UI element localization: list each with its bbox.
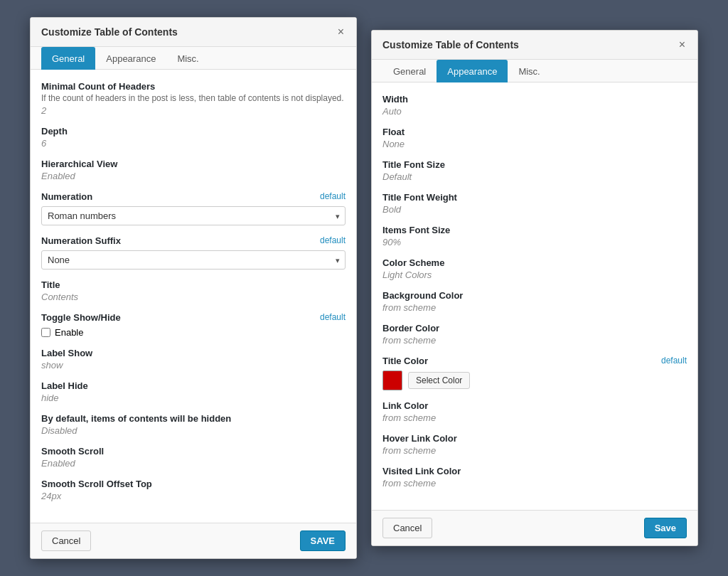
right-tab-general[interactable]: General [382, 60, 437, 82]
field-items-hidden: By default, items of contents will be hi… [41, 413, 346, 436]
field-border-color: Border Color from scheme [382, 323, 687, 346]
minimal-count-desc: If the count of headers in the post is l… [41, 93, 346, 103]
link-color-value: from scheme [382, 412, 687, 423]
left-tab-appearance[interactable]: Appearance [95, 47, 166, 70]
field-smooth-scroll-offset: Smooth Scroll Offset Top 24px [41, 479, 346, 501]
float-value: None [382, 139, 687, 149]
smooth-scroll-value: Enabled [41, 458, 346, 469]
left-cancel-button[interactable]: Cancel [41, 530, 91, 551]
numeration-row: Numeration default [41, 191, 346, 203]
field-minimal-count: Minimal Count of Headers If the count of… [41, 81, 346, 116]
label-show-label: Label Show [41, 348, 346, 358]
left-tab-misc[interactable]: Misc. [166, 47, 209, 70]
color-scheme-value: Light Colors [382, 270, 687, 280]
left-save-button[interactable]: SAVE [300, 530, 346, 551]
numeration-select[interactable]: Roman numbers Numeric Letters None [41, 206, 346, 225]
title-value: Contents [41, 292, 346, 302]
border-color-label: Border Color [382, 323, 687, 334]
numeration-select-wrapper: Roman numbers Numeric Letters None ▾ [41, 206, 346, 225]
field-width: Width Auto [382, 94, 687, 117]
field-title-color: Title Color default Select Color [382, 356, 687, 390]
items-font-size-value: 90% [382, 237, 687, 247]
title-font-weight-label: Title Font Weight [382, 192, 687, 203]
smooth-scroll-label: Smooth Scroll [41, 446, 346, 457]
select-color-button[interactable]: Select Color [408, 372, 470, 389]
title-font-weight-value: Bold [382, 204, 687, 215]
right-dialog-footer: Cancel Save [372, 510, 697, 545]
field-float: Float None [382, 127, 687, 149]
right-cancel-button[interactable]: Cancel [382, 518, 432, 538]
title-label: Title [41, 279, 346, 290]
toggle-checkbox-row: Enable [41, 327, 346, 338]
visited-link-color-value: from scheme [382, 478, 687, 489]
title-font-size-label: Title Font Size [382, 159, 687, 170]
field-label-show: Label Show show [41, 348, 346, 370]
hover-link-color-label: Hover Link Color [382, 433, 687, 444]
numeration-suffix-row: Numeration Suffix default [41, 235, 346, 247]
title-color-default-link[interactable]: default [661, 356, 687, 366]
numeration-suffix-select[interactable]: None . ) [41, 250, 346, 270]
field-background-color: Background Color from scheme [382, 290, 687, 313]
numeration-suffix-default-link[interactable]: default [320, 235, 346, 245]
title-color-swatch[interactable] [382, 370, 402, 390]
depth-label: Depth [41, 126, 346, 137]
field-title: Title Contents [41, 279, 346, 302]
hierarchical-view-value: Enabled [41, 171, 346, 181]
left-dialog-title: Customize Table of Contents [41, 26, 178, 38]
field-smooth-scroll: Smooth Scroll Enabled [41, 446, 346, 469]
hierarchical-view-label: Hierarchical View [41, 159, 346, 169]
right-tab-appearance[interactable]: Appearance [437, 60, 508, 82]
left-dialog-header: Customize Table of Contents × [31, 18, 356, 47]
label-hide-value: hide [41, 393, 346, 403]
smooth-scroll-offset-label: Smooth Scroll Offset Top [41, 479, 346, 489]
minimal-count-label: Minimal Count of Headers [41, 81, 346, 92]
depth-value: 6 [41, 138, 346, 149]
background-color-value: from scheme [382, 302, 687, 313]
minimal-count-value: 2 [41, 105, 346, 116]
field-items-font-size: Items Font Size 90% [382, 225, 687, 247]
right-dialog-close[interactable]: × [678, 39, 687, 50]
title-font-size-value: Default [382, 171, 687, 182]
field-label-hide: Label Hide hide [41, 380, 346, 403]
field-toggle-show-hide: Toggle Show/Hide default Enable [41, 312, 346, 338]
background-color-label: Background Color [382, 290, 687, 301]
items-font-size-label: Items Font Size [382, 225, 687, 235]
items-hidden-label: By default, items of contents will be hi… [41, 413, 346, 424]
toggle-label: Toggle Show/Hide [41, 312, 121, 323]
numeration-suffix-select-wrapper: None . ) ▾ [41, 250, 346, 270]
visited-link-color-label: Visited Link Color [382, 466, 687, 476]
label-show-value: show [41, 360, 346, 370]
numeration-default-link[interactable]: default [320, 191, 346, 201]
field-visited-link-color: Visited Link Color from scheme [382, 466, 687, 489]
float-label: Float [382, 127, 687, 137]
items-hidden-value: Disabled [41, 425, 346, 436]
toggle-default-link[interactable]: default [320, 312, 346, 322]
smooth-scroll-offset-value: 24px [41, 491, 346, 501]
right-tab-misc[interactable]: Misc. [508, 60, 550, 82]
field-numeration-suffix: Numeration Suffix default None . ) ▾ [41, 235, 346, 270]
toggle-checkbox-label: Enable [55, 327, 83, 338]
field-title-font-size: Title Font Size Default [382, 159, 687, 182]
left-dialog-tabs: General Appearance Misc. [31, 47, 356, 70]
width-value: Auto [382, 106, 687, 117]
field-title-font-weight: Title Font Weight Bold [382, 192, 687, 215]
left-tab-general[interactable]: General [41, 47, 95, 70]
toggle-checkbox[interactable] [41, 328, 50, 337]
border-color-value: from scheme [382, 335, 687, 346]
left-dialog: Customize Table of Contents × General Ap… [30, 17, 357, 559]
field-depth: Depth 6 [41, 126, 346, 149]
right-dialog-tabs: General Appearance Misc. [372, 60, 697, 82]
right-save-button[interactable]: Save [644, 518, 687, 538]
right-dialog: Customize Table of Contents × General Ap… [371, 30, 698, 546]
title-color-label: Title Color [382, 356, 428, 366]
field-hover-link-color: Hover Link Color from scheme [382, 433, 687, 456]
right-dialog-title: Customize Table of Contents [382, 39, 519, 50]
title-color-picker-row: Select Color [382, 370, 687, 390]
left-dialog-body: Minimal Count of Headers If the count of… [31, 70, 356, 523]
label-hide-label: Label Hide [41, 380, 346, 391]
right-dialog-body: Width Auto Float None Title Font Size De… [372, 82, 697, 510]
left-dialog-close[interactable]: × [336, 26, 346, 38]
field-numeration: Numeration default Roman numbers Numeric… [41, 191, 346, 225]
title-color-row: Title Color default [382, 356, 687, 368]
color-scheme-label: Color Scheme [382, 257, 687, 268]
